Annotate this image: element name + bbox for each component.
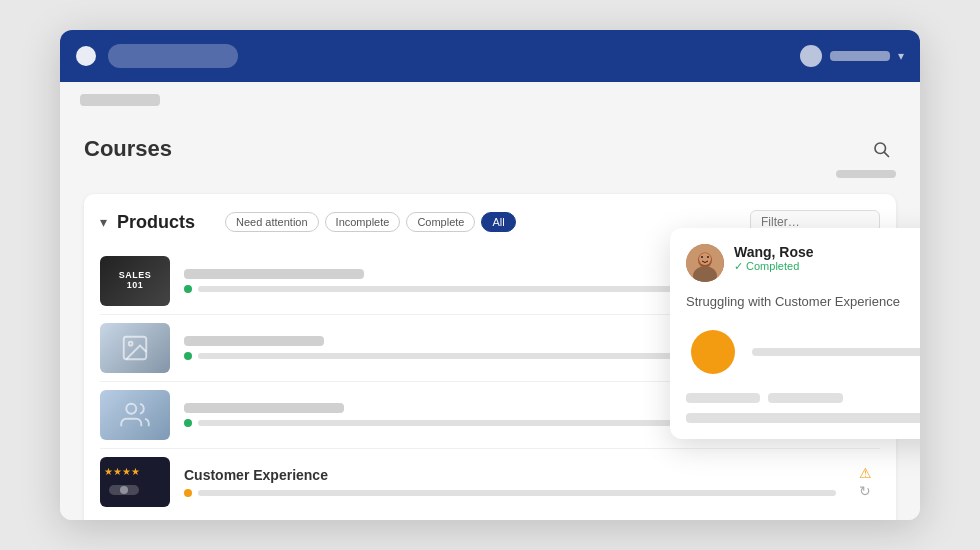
course-row-customer-experience: ★★★★ Customer Experience ⚠ (100, 449, 880, 515)
popup-bar-small-2 (768, 393, 842, 403)
search-icon (872, 140, 890, 158)
page-title: Courses (84, 136, 172, 162)
course-name-customer-experience: Customer Experience (184, 467, 836, 483)
circle-progress-chart (686, 325, 740, 379)
popup-description: Struggling with Customer Experience (686, 294, 920, 309)
course-status-icons: ⚠ ↻ (850, 465, 880, 499)
course-thumbnail-img (100, 323, 170, 373)
svg-point-3 (129, 342, 133, 346)
progress-dot-green (184, 352, 192, 360)
svg-point-10 (699, 253, 711, 265)
course-thumbnail-stars: ★★★★ (100, 457, 170, 507)
svg-point-13 (691, 330, 735, 374)
svg-point-6 (120, 486, 128, 494)
course-thumbnail-img2 (100, 390, 170, 440)
course-info-4: Customer Experience (184, 467, 836, 497)
main-content: Courses ▾ Products Need attention Incomp… (60, 118, 920, 520)
browser-address-bar[interactable] (108, 44, 238, 68)
svg-point-12 (707, 256, 709, 258)
filter-tab-incomplete[interactable]: Incomplete (325, 212, 401, 232)
popup-header: Wang, Rose ✓ Completed × (686, 244, 920, 282)
browser-user-area: ▾ (800, 45, 904, 67)
course-progress-4 (184, 489, 836, 497)
breadcrumb-placeholder (80, 94, 160, 106)
stars-icon: ★★★★ (104, 466, 140, 477)
browser-chrome: ▾ (60, 30, 920, 82)
img2-placeholder-icon (120, 400, 150, 430)
progress-dot-green (184, 419, 192, 427)
refresh-icon: ↻ (859, 483, 871, 499)
svg-point-11 (701, 256, 703, 258)
progress-dot-green (184, 285, 192, 293)
filter-tab-all[interactable]: All (481, 212, 515, 232)
progress-track: 61% (752, 348, 920, 356)
browser-user-avatar (800, 45, 822, 67)
filter-tab-complete[interactable]: Complete (406, 212, 475, 232)
avatar-face (686, 244, 724, 282)
popup-user-name: Wang, Rose (734, 244, 920, 260)
popup-progress-section: 61% (686, 325, 920, 379)
browser-window: ▾ Courses ▾ Products Need a (60, 30, 920, 520)
thumb-sales-design: SALES101 (100, 256, 170, 306)
filter-tabs: Need attention Incomplete Complete All (225, 212, 516, 232)
course-name-bar (184, 269, 364, 279)
collapse-chevron-icon[interactable]: ▾ (100, 214, 107, 230)
thumb-stars-design: ★★★★ (100, 457, 170, 507)
progress-dot-orange (184, 489, 192, 497)
popup-bottom-bars (686, 393, 920, 423)
popup-bar-small-1 (686, 393, 760, 403)
popup-user-status: ✓ Completed (734, 260, 920, 273)
page-header: Courses (84, 134, 896, 164)
filter-tab-need-attention[interactable]: Need attention (225, 212, 319, 232)
popup-bar-row-1 (686, 393, 920, 403)
search-button[interactable] (866, 134, 896, 164)
header-line-decoration (836, 170, 896, 178)
sales-thumb-text: SALES101 (119, 271, 152, 291)
svg-line-1 (884, 152, 888, 156)
avatar-image (686, 244, 724, 282)
progress-bar-orange (198, 490, 836, 496)
popup-user-info: Wang, Rose ✓ Completed (734, 244, 920, 273)
progress-track-bar: 61% (752, 348, 920, 356)
popup-user-avatar (686, 244, 724, 282)
course-thumbnail-sales: SALES101 (100, 256, 170, 306)
browser-caret-icon[interactable]: ▾ (898, 49, 904, 63)
thumb-img2 (100, 390, 170, 440)
browser-circle-icon (76, 46, 96, 66)
popup-bar-full (686, 413, 920, 423)
warning-icon: ⚠ (859, 465, 872, 481)
img-placeholder-icon (120, 333, 150, 363)
thumb-img (100, 323, 170, 373)
svg-point-4 (126, 404, 136, 414)
user-popup-card: Wang, Rose ✓ Completed × Struggling with… (670, 228, 920, 439)
hand-touch-icon (104, 477, 144, 499)
browser-user-name (830, 51, 890, 61)
course-name-bar (184, 403, 344, 413)
nav-bar (60, 82, 920, 118)
course-name-bar (184, 336, 324, 346)
section-title: Products (117, 212, 195, 233)
